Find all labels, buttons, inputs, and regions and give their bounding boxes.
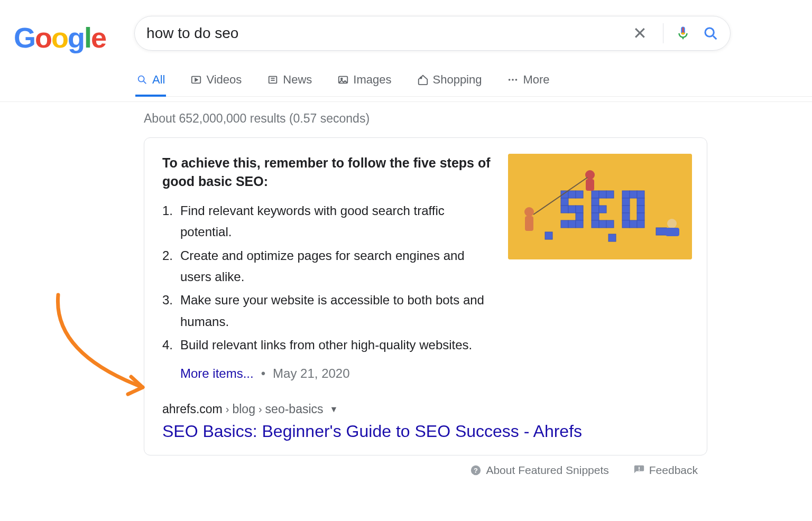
search-box: ✕ bbox=[134, 16, 731, 51]
svg-rect-26 bbox=[576, 220, 583, 228]
google-logo[interactable]: Google bbox=[14, 21, 106, 54]
svg-point-52 bbox=[524, 207, 534, 217]
more-items-link[interactable]: More items... bbox=[180, 366, 254, 381]
svg-text:?: ? bbox=[474, 467, 478, 475]
chevron-down-icon[interactable]: ▼ bbox=[330, 405, 338, 414]
snippet-list: 1.Find relevant keywords with good searc… bbox=[162, 200, 496, 356]
svg-rect-32 bbox=[599, 206, 606, 213]
svg-rect-34 bbox=[592, 220, 599, 228]
tab-label: Images bbox=[353, 73, 391, 87]
svg-rect-57 bbox=[666, 228, 679, 236]
svg-rect-48 bbox=[637, 220, 644, 228]
svg-rect-19 bbox=[561, 198, 568, 206]
svg-point-56 bbox=[667, 219, 677, 228]
svg-point-11 bbox=[420, 77, 421, 79]
svg-rect-25 bbox=[568, 220, 576, 228]
svg-rect-49 bbox=[545, 232, 552, 239]
breadcrumb: ahrefs.com › blog › seo-basics ▼ bbox=[162, 402, 692, 416]
svg-line-4 bbox=[144, 81, 146, 84]
svg-rect-33 bbox=[592, 213, 599, 220]
tab-news[interactable]: News bbox=[266, 68, 313, 96]
svg-point-10 bbox=[341, 78, 343, 80]
svg-rect-44 bbox=[622, 213, 630, 220]
breadcrumb-domain: ahrefs.com bbox=[162, 402, 223, 416]
snippet-heading: To achieve this, remember to follow the … bbox=[162, 154, 496, 191]
search-nav: All Videos News Images Shopping More Set… bbox=[135, 68, 812, 97]
snippet-date: May 21, 2020 bbox=[273, 366, 349, 381]
tab-label: News bbox=[283, 73, 312, 87]
tab-label: Videos bbox=[206, 73, 242, 87]
svg-rect-45 bbox=[637, 213, 644, 220]
svg-rect-46 bbox=[622, 220, 630, 228]
tab-videos[interactable]: Videos bbox=[189, 68, 243, 96]
svg-rect-41 bbox=[637, 198, 644, 206]
tab-label: All bbox=[152, 73, 165, 87]
svg-rect-61 bbox=[639, 467, 640, 470]
svg-rect-0 bbox=[682, 27, 684, 33]
list-item: 4.Build relevant links from other high-q… bbox=[162, 334, 496, 356]
nav-divider bbox=[0, 101, 812, 102]
svg-rect-39 bbox=[637, 191, 644, 198]
svg-rect-38 bbox=[630, 191, 637, 198]
clear-icon[interactable]: ✕ bbox=[629, 23, 651, 43]
list-item: 2.Create and optimize pages for search e… bbox=[162, 245, 496, 288]
search-input[interactable] bbox=[146, 25, 629, 42]
svg-point-3 bbox=[139, 76, 144, 82]
svg-rect-35 bbox=[599, 220, 606, 228]
search-icon[interactable] bbox=[703, 25, 718, 41]
svg-rect-21 bbox=[568, 206, 576, 213]
chevron-icon: › bbox=[226, 403, 229, 415]
svg-rect-40 bbox=[622, 198, 630, 206]
svg-rect-30 bbox=[592, 198, 599, 206]
tab-all[interactable]: All bbox=[135, 68, 166, 96]
about-featured-snippets-link[interactable]: ? About Featured Snippets bbox=[470, 464, 608, 477]
tab-more[interactable]: More bbox=[506, 68, 550, 96]
svg-rect-20 bbox=[561, 206, 568, 213]
tab-shopping[interactable]: Shopping bbox=[416, 68, 483, 96]
svg-rect-43 bbox=[637, 206, 644, 213]
svg-rect-28 bbox=[599, 191, 606, 198]
svg-rect-51 bbox=[656, 228, 667, 235]
chevron-icon: › bbox=[259, 403, 262, 415]
svg-point-13 bbox=[512, 79, 514, 81]
svg-rect-55 bbox=[586, 179, 594, 191]
svg-rect-23 bbox=[576, 213, 583, 220]
feedback-link[interactable]: Feedback bbox=[633, 464, 698, 477]
mic-icon[interactable] bbox=[675, 25, 691, 41]
breadcrumb-part: blog bbox=[232, 402, 255, 416]
tab-images[interactable]: Images bbox=[336, 68, 392, 96]
svg-rect-53 bbox=[525, 216, 533, 231]
svg-rect-47 bbox=[630, 220, 637, 228]
svg-rect-62 bbox=[639, 470, 640, 471]
tab-label: Shopping bbox=[433, 73, 482, 87]
svg-rect-27 bbox=[592, 191, 599, 198]
breadcrumb-part: seo-basics bbox=[265, 402, 324, 416]
result-stats: About 652,000,000 results (0.57 seconds) bbox=[144, 111, 707, 126]
dot-separator: • bbox=[261, 366, 265, 381]
svg-rect-17 bbox=[568, 191, 576, 198]
tab-label: More bbox=[523, 73, 549, 87]
svg-rect-37 bbox=[622, 191, 630, 198]
svg-point-14 bbox=[515, 79, 518, 81]
svg-point-1 bbox=[705, 28, 714, 36]
svg-rect-22 bbox=[576, 206, 583, 213]
snippet-thumbnail[interactable] bbox=[508, 154, 692, 259]
list-item: 3.Make sure your website is accessible t… bbox=[162, 290, 496, 332]
svg-line-2 bbox=[713, 36, 716, 39]
svg-rect-18 bbox=[576, 191, 583, 198]
featured-snippet: To achieve this, remember to follow the … bbox=[144, 137, 707, 455]
list-item: 1.Find relevant keywords with good searc… bbox=[162, 200, 496, 243]
svg-rect-50 bbox=[608, 234, 616, 241]
result-title-link[interactable]: SEO Basics: Beginner's Guide to SEO Succ… bbox=[162, 422, 692, 441]
svg-rect-36 bbox=[606, 220, 614, 228]
svg-rect-24 bbox=[561, 220, 568, 228]
divider bbox=[663, 23, 663, 43]
svg-point-12 bbox=[509, 79, 511, 81]
svg-rect-42 bbox=[622, 206, 630, 213]
svg-rect-29 bbox=[606, 191, 614, 198]
svg-rect-31 bbox=[592, 206, 599, 213]
